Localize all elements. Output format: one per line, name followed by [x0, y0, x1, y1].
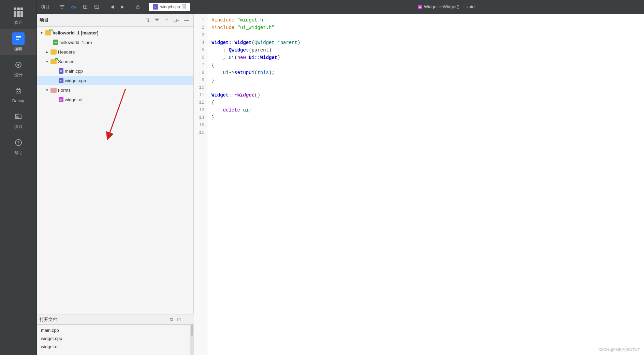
open-doc-main-cpp[interactable]: main.cpp: [40, 326, 187, 334]
svg-rect-2: [16, 39, 19, 40]
pro-file-icon: pro: [53, 40, 58, 45]
svg-rect-1: [16, 38, 21, 38]
tree-item-root[interactable]: ▼ C helloworld_1 [master]: [37, 28, 193, 38]
project-sort-button[interactable]: ⇅: [144, 16, 151, 24]
open-docs-sort[interactable]: ⇅: [168, 316, 175, 323]
root-arrow: ▼: [40, 31, 44, 35]
project-filter-button[interactable]: [153, 16, 161, 24]
sidebar-item-design[interactable]: 设计: [0, 55, 36, 82]
pro-label: helloworld_1.pro: [59, 40, 92, 45]
open-docs-tile[interactable]: □: [176, 316, 182, 323]
project-panel-title: 项目: [40, 17, 143, 23]
toolbar-separator-4: [146, 3, 146, 11]
sidebar-item-edit[interactable]: 编辑: [0, 29, 36, 55]
code-editor: 1 2 3 4 5 6 7 8 9 10 11 12 13 14 15 16: [194, 14, 644, 355]
sidebar-item-project-label: 项目: [14, 124, 23, 130]
open-documents-header: 打开文档 ⇅ □ —: [37, 314, 194, 325]
scrollbar-thumb[interactable]: [191, 325, 193, 336]
project-link-toggle[interactable]: [162, 16, 171, 24]
code-line-1: #include "widget.h": [211, 16, 640, 24]
sidebar-item-welcome[interactable]: 欢迎: [0, 3, 36, 29]
code-line-7: {: [211, 61, 640, 69]
edit-icon: [12, 32, 25, 45]
sidebar-item-debug[interactable]: Debug: [0, 82, 36, 107]
tree-item-sources[interactable]: ▼ C Sources: [37, 57, 193, 66]
sidebar-item-welcome-label: 欢迎: [14, 20, 23, 26]
svg-point-4: [17, 64, 19, 66]
code-line-13: delete ui;: [211, 106, 640, 114]
sidebar: 欢迎 编辑 设计 Debug: [0, 0, 37, 355]
svg-point-7: [19, 91, 20, 92]
tab-close-button[interactable]: ✕: [182, 4, 186, 9]
main-cpp-label: main.cpp: [65, 69, 83, 74]
widget-ui-label: widget.ui: [65, 97, 82, 102]
fold-arrow-11[interactable]: ▼: [207, 91, 208, 99]
sidebar-item-debug-label: Debug: [12, 99, 24, 103]
open-documents-body: main.cpp widget.cpp widget.ui: [37, 325, 194, 355]
widget-cpp-icon: C: [59, 78, 63, 83]
tab-bar: C widget.cpp ✕: [149, 3, 190, 11]
image-button[interactable]: [92, 3, 102, 11]
project-panel-wrapper: 项目 ⇅ □+ —: [37, 14, 194, 355]
tree-item-widget-ui[interactable]: ui widget.ui: [37, 95, 193, 104]
headers-label: Headers: [58, 49, 75, 55]
forms-label: Forms: [58, 88, 71, 93]
content-area: 项目 ⇅ □+ —: [37, 14, 644, 355]
root-badge: C: [49, 29, 53, 31]
nav-forward-button[interactable]: ▶: [118, 3, 127, 11]
code-content: 1 2 3 4 5 6 7 8 9 10 11 12 13 14 15 16: [194, 14, 644, 355]
sidebar-item-project[interactable]: 项目: [0, 107, 36, 133]
code-line-6: ▼ , ui(new Ui::Widget): [211, 54, 640, 61]
open-doc-widget-ui-label: widget.ui: [41, 344, 58, 349]
root-folder-icon: C: [45, 30, 51, 35]
main-area: 项目 ◀ ▶: [37, 0, 644, 355]
forms-folder-icon: [50, 88, 57, 93]
sidebar-item-help[interactable]: ? 帮助: [0, 133, 36, 159]
code-line-8: ui->setupUi(this);: [211, 69, 640, 76]
open-docs-collapse[interactable]: —: [183, 316, 191, 323]
svg-rect-0: [16, 36, 21, 37]
link-button[interactable]: [69, 3, 79, 11]
open-doc-main-cpp-label: main.cpp: [41, 328, 59, 333]
grid-icon: [12, 6, 25, 18]
forms-arrow: ▼: [45, 88, 49, 92]
svg-text:?: ?: [17, 140, 19, 145]
tree-item-widget-cpp[interactable]: C widget.cpp: [37, 76, 193, 85]
filter-button[interactable]: [57, 3, 67, 11]
tree-item-forms[interactable]: ▼ Forms: [37, 85, 193, 95]
breadcrumb-text: Widget::~Widget() → void: [424, 4, 474, 9]
sources-label: Sources: [58, 59, 74, 64]
cpp-file-icon: C: [153, 4, 158, 10]
open-doc-widget-cpp-label: widget.cpp: [41, 336, 62, 341]
project-panel-header: 项目 ⇅ □+ —: [37, 14, 193, 27]
project-add-button[interactable]: □+: [172, 16, 181, 24]
add-file-button[interactable]: [80, 3, 90, 11]
root-label: helloworld_1 [master]: [53, 30, 98, 35]
code-line-3: [211, 31, 640, 39]
main-cpp-icon: C: [59, 68, 63, 74]
code-line-11: ▼ Widget::~Widget(): [211, 91, 640, 99]
svg-text:W: W: [419, 5, 421, 9]
tree-item-pro[interactable]: pro helloworld_1.pro: [37, 38, 193, 47]
open-doc-widget-cpp[interactable]: widget.cpp: [40, 334, 187, 342]
open-documents-list: main.cpp widget.cpp widget.ui: [37, 325, 190, 355]
svg-rect-5: [16, 90, 21, 93]
nav-back-button[interactable]: ◀: [108, 3, 117, 11]
tree-item-headers[interactable]: ▶ Headers: [37, 47, 193, 57]
tree-item-main-cpp[interactable]: C main.cpp: [37, 66, 193, 76]
tab-widget-cpp[interactable]: C widget.cpp ✕: [149, 3, 190, 11]
code-line-14: }: [211, 114, 640, 121]
tab-widget-cpp-label: widget.cpp: [160, 4, 180, 9]
fold-arrow-6[interactable]: ▼: [207, 54, 208, 61]
sources-folder-icon: C: [50, 59, 57, 64]
code-lines: #include "widget.h" #include "ui_widget.…: [207, 14, 644, 355]
open-docs-scrollbar[interactable]: [190, 325, 194, 355]
top-toolbar: 项目 ◀ ▶: [37, 0, 644, 14]
lock-button[interactable]: [133, 3, 143, 11]
svg-rect-13: [136, 6, 139, 9]
project-collapse-button[interactable]: —: [182, 16, 191, 24]
open-doc-widget-ui[interactable]: widget.ui: [40, 342, 187, 351]
code-line-5: : QWidget(parent): [211, 46, 640, 54]
breadcrumb-bar: W Widget::~Widget() → void: [413, 4, 641, 10]
project-icon: [12, 110, 25, 122]
